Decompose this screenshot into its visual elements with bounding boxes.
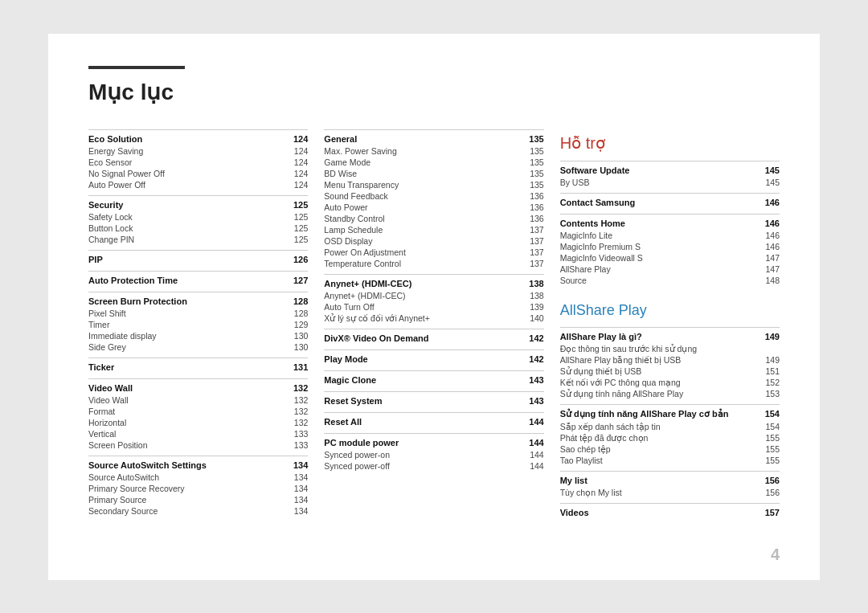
toc-item-label: Tao Playlist — [560, 456, 755, 465]
toc-header: Security 125 — [88, 195, 308, 211]
toc-item: Power On Adjustment 137 — [324, 247, 543, 258]
toc-item: MagicInfo Premium S 146 — [560, 241, 780, 252]
toc-header-label: Reset All — [324, 417, 519, 427]
toc-section: Magic Clone 143 — [324, 370, 543, 386]
toc-item-label: Immediate display — [88, 331, 284, 341]
toc-section: Reset All 144 — [324, 412, 543, 428]
toc-item: MagicInfo Videowall S 147 — [560, 252, 780, 264]
toc-item-label: Power On Adjustment — [324, 247, 519, 257]
toc-header: Eco Solution 124 — [88, 129, 308, 145]
column-2: General 135 Max. Power Saving 135 Game M… — [324, 129, 559, 524]
toc-item: Auto Power 136 — [324, 202, 543, 213]
toc-item: Synced power-on 144 — [324, 449, 543, 460]
toc-header-page: 132 — [284, 383, 308, 393]
toc-header-label: My list — [560, 476, 755, 485]
toc-section: Video Wall 132 Video Wall 132 Format 132… — [88, 378, 308, 451]
toc-item-label: Format — [88, 407, 284, 416]
toc-item-page: 124 — [284, 180, 308, 190]
toc-item-label: Change PIN — [88, 235, 284, 244]
toc-item: Eco Sensor 124 — [88, 157, 308, 168]
toc-item-label: Synced power-off — [324, 461, 519, 471]
toc-item-label: Timer — [88, 320, 284, 329]
toc-item-label: Source — [560, 276, 755, 285]
toc-item: Screen Position 133 — [88, 439, 308, 451]
toc-item-label: By USB — [560, 178, 755, 187]
toc-item: Button Lock 125 — [88, 223, 308, 234]
toc-header: Auto Protection Time 127 — [88, 271, 308, 287]
toc-item-page: 129 — [284, 320, 308, 329]
toc-item: Side Grey 130 — [88, 341, 308, 353]
ho-tro-title: Hỗ trợ — [560, 133, 780, 153]
toc-header-label: Sử dụng tính năng AllShare Play cơ bản — [560, 409, 755, 419]
toc-item-page: 140 — [520, 313, 544, 323]
toc-item: Sao chép tệp 155 — [560, 443, 780, 455]
toc-item-label: Xử lý sự cố đối với Anynet+ — [324, 313, 519, 323]
toc-item-page: 151 — [755, 366, 780, 376]
content-area: Eco Solution 124 Energy Saving 124 Eco S… — [88, 129, 780, 524]
toc-item: Sound Feedback 136 — [324, 190, 543, 202]
toc-item-page: 136 — [520, 202, 544, 212]
toc-item-label: Auto Power Off — [88, 180, 284, 190]
toc-item-page: 147 — [755, 253, 780, 263]
toc-header: PIP 126 — [88, 250, 308, 266]
toc-header-label: Security — [88, 200, 284, 210]
toc-item-label: BD Wise — [324, 169, 519, 178]
toc-header-label: PC module power — [324, 438, 519, 447]
toc-item-label: Max. Power Saving — [324, 146, 519, 156]
toc-item: Timer 129 — [88, 319, 308, 330]
toc-header: Videos 157 — [560, 503, 780, 519]
toc-header-page: 124 — [284, 134, 308, 144]
toc-item: Primary Source 134 — [88, 494, 308, 505]
toc-item-page: 136 — [520, 214, 544, 223]
toc-item: Menu Transparency 135 — [324, 179, 543, 190]
toc-item: Pixel Shift 128 — [88, 308, 308, 319]
toc-item: Change PIN 125 — [88, 234, 308, 245]
toc-item: Tao Playlist 155 — [560, 455, 780, 466]
column-1: Eco Solution 124 Energy Saving 124 Eco S… — [88, 129, 324, 524]
toc-item-label: MagicInfo Lite — [560, 231, 755, 240]
toc-item: Sắp xếp danh sách tập tin 154 — [560, 421, 780, 432]
page-number: 4 — [771, 546, 780, 564]
toc-header-label: General — [324, 134, 519, 144]
toc-item-page: 137 — [520, 236, 544, 246]
toc-item-page: 135 — [520, 180, 544, 190]
toc-header-page: 144 — [520, 417, 544, 427]
toc-item: AllShare Play 147 — [560, 264, 780, 275]
toc-item-label: No Signal Power Off — [88, 169, 284, 178]
toc-section: My list 156 Tùy chọn My list 156 — [560, 471, 780, 498]
toc-item-label: Primary Source — [88, 495, 284, 505]
toc-section: Source AutoSwitch Settings 134 Source Au… — [88, 456, 308, 517]
toc-header: Ticker 131 — [88, 358, 308, 374]
toc-item-page: 144 — [520, 461, 544, 471]
toc-header: Sử dụng tính năng AllShare Play cơ bản 1… — [560, 404, 780, 421]
toc-item: Secondary Source 134 — [88, 505, 308, 517]
toc-header-label: AllShare Play là gì? — [560, 332, 755, 341]
toc-item: OSD Display 137 — [324, 235, 543, 247]
toc-item: BD Wise 135 — [324, 168, 543, 179]
toc-header-page: 131 — [284, 362, 308, 372]
toc-item: Game Mode 135 — [324, 157, 543, 168]
toc-item-page: 146 — [755, 231, 780, 240]
toc-item-page: 144 — [520, 450, 544, 460]
page-title: Mục lục — [88, 79, 780, 105]
toc-item-label: Anynet+ (HDMI-CEC) — [324, 291, 519, 300]
toc-section: AllShare Play là gì? 149 Đọc thông tin s… — [560, 327, 780, 399]
toc-item-page: 125 — [284, 212, 308, 222]
toc-item-page: 124 — [284, 146, 308, 156]
toc-item-page: 125 — [284, 223, 308, 233]
toc-header: PC module power 144 — [324, 433, 543, 449]
toc-item: Sử dụng thiết bị USB 151 — [560, 366, 780, 377]
toc-header-label: Ticker — [88, 362, 284, 372]
toc-section: DivX® Video On Demand 142 — [324, 329, 543, 345]
toc-header-label: DivX® Video On Demand — [324, 333, 519, 343]
toc-item-page: 135 — [520, 169, 544, 178]
toc-header-label: Contents Home — [560, 219, 755, 228]
toc-item: Xử lý sự cố đối với Anynet+ 140 — [324, 313, 543, 324]
toc-item-label: AllShare Play — [560, 264, 755, 274]
toc-item-page: 149 — [755, 355, 780, 365]
toc-header: Source AutoSwitch Settings 134 — [88, 456, 308, 472]
toc-header: Anynet+ (HDMI-CEC) 138 — [324, 274, 543, 290]
toc-header: AllShare Play là gì? 149 — [560, 327, 780, 343]
toc-item-page: 154 — [755, 422, 780, 431]
toc-header-label: Magic Clone — [324, 375, 519, 385]
